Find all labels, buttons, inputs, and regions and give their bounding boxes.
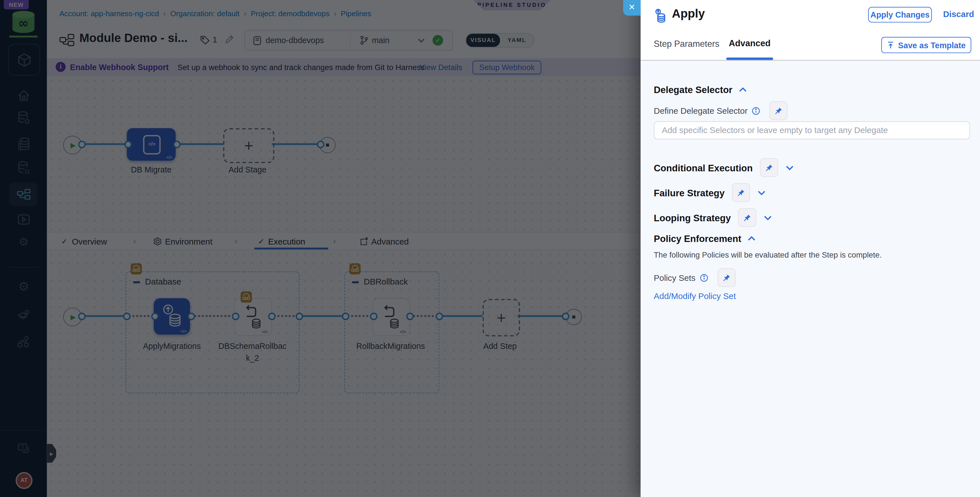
pin-icon [775,107,783,115]
modal-overlay[interactable] [0,0,641,497]
define-delegate-row: Define Delegate Selector [654,101,788,120]
chevron-up-icon [748,236,756,241]
define-delegate-label: Define Delegate Selector [654,106,748,115]
policy-enforcement-section-header[interactable]: Policy Enforcement [654,233,756,244]
tab-step-parameters[interactable]: Step Parameters [654,39,719,49]
discard-button[interactable]: Discard [943,10,974,19]
chevron-down-icon[interactable] [758,190,766,196]
conditional-execution-heading: Conditional Execution [654,162,752,173]
policy-description: The following Policies will be evaluated… [654,251,881,260]
apply-changes-button[interactable]: Apply Changes [868,7,932,22]
policy-sets-row: Policy Sets [654,268,735,287]
looping-strategy-heading: Looping Strategy [654,212,731,223]
pin-runtime-input-button[interactable] [760,158,778,177]
save-as-template-button[interactable]: Save as Template [881,37,971,53]
chevron-down-icon[interactable] [764,215,772,220]
failure-strategy-row: Failure Strategy [654,183,765,202]
pin-icon [722,274,730,282]
delegate-selector-input[interactable] [654,121,970,140]
pin-runtime-input-button[interactable] [732,183,750,202]
step-config-drawer: ✕ Apply Apply Changes Discard Step Param… [641,0,980,497]
failure-strategy-heading: Failure Strategy [654,187,724,198]
info-icon[interactable] [752,107,760,115]
delegate-selector-heading: Delegate Selector [654,84,732,95]
chevron-up-icon [739,87,747,92]
policy-enforcement-heading: Policy Enforcement [654,233,741,244]
tab-advanced[interactable]: Advanced [729,38,771,48]
pin-runtime-input-button[interactable] [738,208,757,227]
pin-runtime-input-button[interactable] [718,268,735,287]
info-icon[interactable] [700,274,708,282]
chevron-down-icon[interactable] [786,165,794,170]
upload-icon [887,41,894,49]
active-tab-underline [726,57,773,60]
pin-icon [743,213,751,222]
pin-icon [765,163,773,172]
policy-sets-label: Policy Sets [654,273,695,282]
close-drawer-button[interactable]: ✕ [623,0,641,16]
conditional-execution-row: Conditional Execution [654,158,794,177]
apply-step-icon [653,8,668,24]
looping-strategy-row: Looping Strategy [654,208,772,227]
drawer-title: Apply [672,7,705,21]
pipeline-studio-app: Account: app-harness-ng-cicd›Organizatio… [0,0,980,497]
close-icon: ✕ [628,3,635,12]
pin-icon [737,189,745,197]
pin-runtime-input-button[interactable] [769,101,788,120]
save-as-template-label: Save as Template [898,40,966,49]
delegate-selector-section-header[interactable]: Delegate Selector [654,84,747,95]
add-modify-policy-set-link[interactable]: Add/Modify Policy Set [654,292,735,301]
